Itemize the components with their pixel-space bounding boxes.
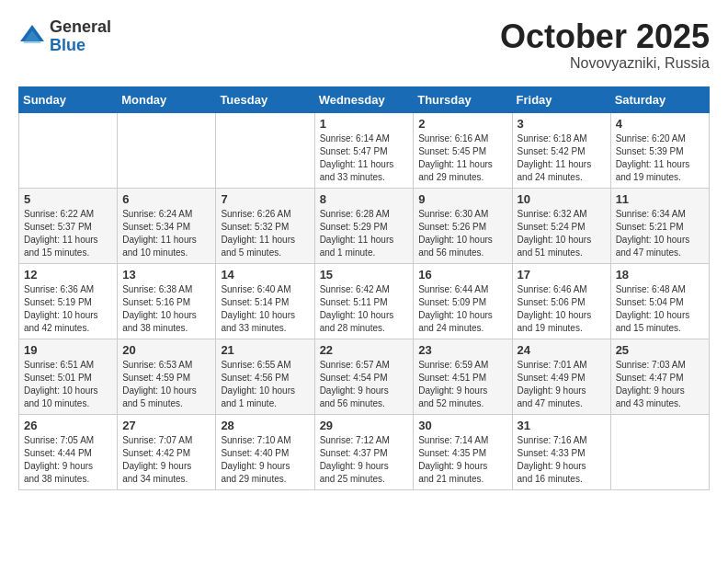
header-thursday: Thursday bbox=[414, 86, 512, 112]
day-info: Sunrise: 7:03 AM Sunset: 4:47 PM Dayligh… bbox=[616, 359, 704, 410]
day-number: 17 bbox=[518, 268, 606, 282]
day-number: 1 bbox=[320, 117, 409, 131]
calendar-cell: 13Sunrise: 6:38 AM Sunset: 5:16 PM Dayli… bbox=[118, 263, 216, 339]
day-number: 28 bbox=[221, 419, 309, 432]
calendar-cell: 7Sunrise: 6:26 AM Sunset: 5:32 PM Daylig… bbox=[216, 188, 314, 263]
calendar-cell bbox=[118, 112, 216, 188]
day-info: Sunrise: 7:05 AM Sunset: 4:44 PM Dayligh… bbox=[24, 434, 112, 486]
day-number: 5 bbox=[24, 192, 112, 206]
logo-text: General Blue bbox=[50, 18, 111, 55]
day-info: Sunrise: 6:57 AM Sunset: 4:54 PM Dayligh… bbox=[320, 359, 409, 410]
day-info: Sunrise: 6:16 AM Sunset: 5:45 PM Dayligh… bbox=[418, 132, 506, 184]
day-info: Sunrise: 6:34 AM Sunset: 5:21 PM Dayligh… bbox=[616, 208, 704, 259]
day-number: 19 bbox=[24, 343, 112, 357]
day-number: 8 bbox=[320, 192, 409, 206]
calendar-week-2: 5Sunrise: 6:22 AM Sunset: 5:37 PM Daylig… bbox=[19, 188, 710, 263]
day-number: 23 bbox=[418, 343, 506, 357]
day-info: Sunrise: 6:59 AM Sunset: 4:51 PM Dayligh… bbox=[418, 359, 506, 410]
calendar-cell: 29Sunrise: 7:12 AM Sunset: 4:37 PM Dayli… bbox=[314, 414, 414, 489]
calendar-week-4: 19Sunrise: 6:51 AM Sunset: 5:01 PM Dayli… bbox=[19, 339, 710, 414]
calendar-cell: 23Sunrise: 6:59 AM Sunset: 4:51 PM Dayli… bbox=[414, 339, 512, 414]
day-info: Sunrise: 7:16 AM Sunset: 4:33 PM Dayligh… bbox=[518, 434, 606, 486]
day-info: Sunrise: 6:42 AM Sunset: 5:11 PM Dayligh… bbox=[320, 283, 409, 335]
month-title: October 2025 bbox=[500, 18, 710, 55]
calendar-cell: 15Sunrise: 6:42 AM Sunset: 5:11 PM Dayli… bbox=[314, 263, 414, 339]
header-saturday: Saturday bbox=[610, 86, 709, 112]
header-wednesday: Wednesday bbox=[314, 86, 414, 112]
calendar-cell: 14Sunrise: 6:40 AM Sunset: 5:14 PM Dayli… bbox=[216, 263, 314, 339]
day-number: 13 bbox=[122, 268, 210, 282]
day-number: 25 bbox=[616, 343, 704, 357]
day-info: Sunrise: 7:10 AM Sunset: 4:40 PM Dayligh… bbox=[221, 434, 309, 486]
day-info: Sunrise: 7:07 AM Sunset: 4:42 PM Dayligh… bbox=[122, 434, 210, 486]
calendar-cell: 19Sunrise: 6:51 AM Sunset: 5:01 PM Dayli… bbox=[19, 339, 118, 414]
day-info: Sunrise: 6:53 AM Sunset: 4:59 PM Dayligh… bbox=[122, 359, 210, 410]
calendar-cell: 10Sunrise: 6:32 AM Sunset: 5:24 PM Dayli… bbox=[512, 188, 610, 263]
day-number: 27 bbox=[122, 419, 210, 432]
calendar-cell: 20Sunrise: 6:53 AM Sunset: 4:59 PM Dayli… bbox=[118, 339, 216, 414]
day-info: Sunrise: 6:48 AM Sunset: 5:04 PM Dayligh… bbox=[616, 283, 704, 335]
day-number: 15 bbox=[320, 268, 409, 282]
day-info: Sunrise: 6:18 AM Sunset: 5:42 PM Dayligh… bbox=[518, 132, 606, 184]
header-sunday: Sunday bbox=[19, 86, 118, 112]
day-info: Sunrise: 6:22 AM Sunset: 5:37 PM Dayligh… bbox=[24, 208, 112, 259]
day-info: Sunrise: 6:30 AM Sunset: 5:26 PM Dayligh… bbox=[418, 208, 506, 259]
day-info: Sunrise: 6:36 AM Sunset: 5:19 PM Dayligh… bbox=[24, 283, 112, 335]
day-number: 9 bbox=[418, 192, 506, 206]
day-number: 29 bbox=[320, 419, 409, 432]
day-number: 31 bbox=[518, 419, 606, 432]
day-number: 2 bbox=[418, 117, 506, 131]
day-number: 18 bbox=[616, 268, 704, 282]
day-number: 30 bbox=[418, 419, 506, 432]
day-info: Sunrise: 6:32 AM Sunset: 5:24 PM Dayligh… bbox=[518, 208, 606, 259]
calendar-cell: 12Sunrise: 6:36 AM Sunset: 5:19 PM Dayli… bbox=[19, 263, 118, 339]
location-text: Novovyazniki, Russia bbox=[500, 55, 710, 72]
calendar-cell: 9Sunrise: 6:30 AM Sunset: 5:26 PM Daylig… bbox=[414, 188, 512, 263]
day-number: 6 bbox=[122, 192, 210, 206]
calendar-cell: 8Sunrise: 6:28 AM Sunset: 5:29 PM Daylig… bbox=[314, 188, 414, 263]
day-number: 3 bbox=[518, 117, 606, 131]
day-number: 26 bbox=[24, 419, 112, 432]
header-monday: Monday bbox=[118, 86, 216, 112]
header-tuesday: Tuesday bbox=[216, 86, 314, 112]
page-header: General Blue October 2025 Novovyazniki, … bbox=[18, 18, 710, 72]
calendar-cell: 1Sunrise: 6:14 AM Sunset: 5:47 PM Daylig… bbox=[314, 112, 414, 188]
calendar-cell: 30Sunrise: 7:14 AM Sunset: 4:35 PM Dayli… bbox=[414, 414, 512, 489]
calendar-cell: 17Sunrise: 6:46 AM Sunset: 5:06 PM Dayli… bbox=[512, 263, 610, 339]
logo-general-text: General bbox=[50, 18, 111, 37]
day-number: 10 bbox=[518, 192, 606, 206]
day-info: Sunrise: 6:24 AM Sunset: 5:34 PM Dayligh… bbox=[122, 208, 210, 259]
day-info: Sunrise: 6:40 AM Sunset: 5:14 PM Dayligh… bbox=[221, 283, 309, 335]
day-info: Sunrise: 6:14 AM Sunset: 5:47 PM Dayligh… bbox=[320, 132, 409, 184]
calendar-cell: 24Sunrise: 7:01 AM Sunset: 4:49 PM Dayli… bbox=[512, 339, 610, 414]
day-info: Sunrise: 6:51 AM Sunset: 5:01 PM Dayligh… bbox=[24, 359, 112, 410]
day-number: 22 bbox=[320, 343, 409, 357]
day-info: Sunrise: 6:55 AM Sunset: 4:56 PM Dayligh… bbox=[221, 359, 309, 410]
day-info: Sunrise: 7:12 AM Sunset: 4:37 PM Dayligh… bbox=[320, 434, 409, 486]
calendar-cell: 3Sunrise: 6:18 AM Sunset: 5:42 PM Daylig… bbox=[512, 112, 610, 188]
day-number: 4 bbox=[616, 117, 704, 131]
title-block: October 2025 Novovyazniki, Russia bbox=[500, 18, 710, 72]
day-info: Sunrise: 6:46 AM Sunset: 5:06 PM Dayligh… bbox=[518, 283, 606, 335]
calendar-cell: 27Sunrise: 7:07 AM Sunset: 4:42 PM Dayli… bbox=[118, 414, 216, 489]
calendar-cell: 28Sunrise: 7:10 AM Sunset: 4:40 PM Dayli… bbox=[216, 414, 314, 489]
calendar-cell: 26Sunrise: 7:05 AM Sunset: 4:44 PM Dayli… bbox=[19, 414, 118, 489]
day-number: 20 bbox=[122, 343, 210, 357]
day-info: Sunrise: 7:01 AM Sunset: 4:49 PM Dayligh… bbox=[518, 359, 606, 410]
header-friday: Friday bbox=[512, 86, 610, 112]
logo: General Blue bbox=[18, 18, 111, 55]
day-number: 12 bbox=[24, 268, 112, 282]
calendar-cell: 5Sunrise: 6:22 AM Sunset: 5:37 PM Daylig… bbox=[19, 188, 118, 263]
day-number: 16 bbox=[418, 268, 506, 282]
day-number: 24 bbox=[518, 343, 606, 357]
calendar-cell: 21Sunrise: 6:55 AM Sunset: 4:56 PM Dayli… bbox=[216, 339, 314, 414]
calendar-week-5: 26Sunrise: 7:05 AM Sunset: 4:44 PM Dayli… bbox=[19, 414, 710, 489]
calendar-cell bbox=[19, 112, 118, 188]
calendar-header-row: SundayMondayTuesdayWednesdayThursdayFrid… bbox=[19, 86, 710, 112]
day-info: Sunrise: 6:20 AM Sunset: 5:39 PM Dayligh… bbox=[616, 132, 704, 184]
day-info: Sunrise: 6:26 AM Sunset: 5:32 PM Dayligh… bbox=[221, 208, 309, 259]
day-number: 21 bbox=[221, 343, 309, 357]
day-number: 14 bbox=[221, 268, 309, 282]
calendar-cell: 16Sunrise: 6:44 AM Sunset: 5:09 PM Dayli… bbox=[414, 263, 512, 339]
day-number: 7 bbox=[221, 192, 309, 206]
